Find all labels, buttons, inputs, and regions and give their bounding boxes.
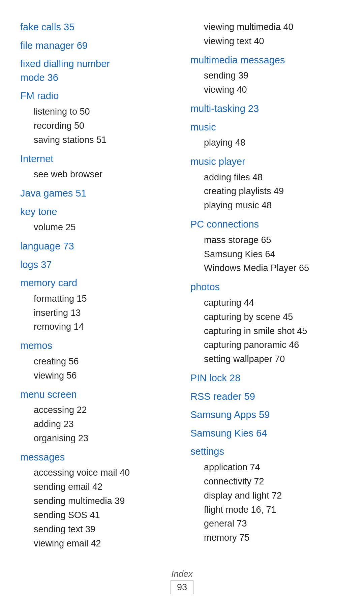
- sub-item: capturing panoramic 46: [190, 338, 344, 352]
- sub-item: viewing 56: [20, 369, 174, 383]
- entry-header-fixed-dialling-number: fixed dialling numbermode 36: [20, 57, 174, 84]
- footer-label: Index: [20, 569, 344, 579]
- sub-item: sending text 39: [20, 523, 174, 537]
- index-section-music: musicplaying 48: [190, 120, 344, 150]
- sub-item: capturing in smile shot 45: [190, 324, 344, 338]
- index-section-samsung-kies: Samsung Kies 64: [190, 426, 344, 440]
- index-section-key-tone: key tonevolume 25: [20, 205, 174, 235]
- sub-item: creating 56: [20, 355, 174, 369]
- index-section-logs: logs 37: [20, 258, 174, 272]
- sub-item: memory 75: [190, 531, 344, 545]
- sub-item: recording 50: [20, 119, 174, 133]
- sub-item: capturing by scene 45: [190, 310, 344, 324]
- index-section-menu-screen: menu screenaccessing 22adding 23organisi…: [20, 388, 174, 446]
- sub-item: flight mode 16, 71: [190, 503, 344, 517]
- index-section-file-manager: file manager 69: [20, 39, 174, 53]
- sub-item: general 73: [190, 517, 344, 531]
- sub-item: accessing voice mail 40: [20, 466, 174, 480]
- index-section-messages: messagesaccessing voice mail 40sending e…: [20, 450, 174, 551]
- entry-header-settings: settings: [190, 445, 344, 458]
- entry-header-fm-radio: FM radio: [20, 89, 174, 103]
- index-section-viewing-multimedia: viewing multimedia 40viewing text 40: [190, 20, 344, 49]
- index-section-memory-card: memory cardformatting 15inserting 13remo…: [20, 276, 174, 334]
- entry-header-photos: photos: [190, 280, 344, 294]
- entry-header-memos: memos: [20, 339, 174, 353]
- sub-item: listening to 50: [20, 105, 174, 119]
- sub-item: inserting 13: [20, 306, 174, 320]
- entry-header-fake-calls: fake calls 35: [20, 20, 174, 34]
- right-column: viewing multimedia 40viewing text 40mult…: [184, 20, 344, 555]
- index-section-language: language 73: [20, 239, 174, 253]
- entry-header-messages: messages: [20, 450, 174, 464]
- index-section-multimedia-messages: multimedia messagessending 39viewing 40: [190, 53, 344, 97]
- index-section-fake-calls: fake calls 35: [20, 20, 174, 34]
- sub-item: Windows Media Player 65: [190, 261, 344, 275]
- sub-item: volume 25: [20, 220, 174, 235]
- sub-item: creating playlists 49: [190, 184, 344, 199]
- entry-header-language: language 73: [20, 239, 174, 253]
- entry-header-menu-screen: menu screen: [20, 388, 174, 401]
- sub-item: organising 23: [20, 431, 174, 446]
- sub-item: sending SOS 41: [20, 508, 174, 523]
- sub-item: playing 48: [190, 136, 344, 150]
- sub-item: viewing email 42: [20, 537, 174, 551]
- entry-header-key-tone: key tone: [20, 205, 174, 219]
- index-section-java-games: Java games 51: [20, 186, 174, 200]
- entry-header-pin-lock: PIN lock 28: [190, 371, 344, 385]
- index-section-internet: Internetsee web browser: [20, 152, 174, 182]
- sub-item: viewing text 40: [190, 34, 344, 49]
- entry-header-multimedia-messages: multimedia messages: [190, 53, 344, 67]
- index-section-settings: settingsapplication 74connectivity 72dis…: [190, 445, 344, 545]
- index-section-pin-lock: PIN lock 28: [190, 371, 344, 385]
- index-section-fm-radio: FM radiolistening to 50recording 50savin…: [20, 89, 174, 147]
- entry-header-java-games: Java games 51: [20, 186, 174, 200]
- sub-item: application 74: [190, 460, 344, 475]
- left-column: fake calls 35file manager 69fixed dialli…: [20, 20, 184, 555]
- index-section-pc-connections: PC connectionsmass storage 65Samsung Kie…: [190, 217, 344, 275]
- sub-item: connectivity 72: [190, 475, 344, 489]
- sub-item: display and light 72: [190, 489, 344, 503]
- index-section-music-player: music playeradding files 48creating play…: [190, 155, 344, 213]
- index-section-rss-reader: RSS reader 59: [190, 390, 344, 404]
- entry-header-multi-tasking: multi-tasking 23: [190, 102, 344, 116]
- sub-item: capturing 44: [190, 296, 344, 310]
- index-section-photos: photoscapturing 44capturing by scene 45c…: [190, 280, 344, 366]
- sub-item: removing 14: [20, 320, 174, 334]
- page: fake calls 35file manager 69fixed dialli…: [0, 0, 364, 597]
- sub-item: sending email 42: [20, 480, 174, 494]
- entry-header-logs: logs 37: [20, 258, 174, 272]
- sub-item: viewing multimedia 40: [190, 20, 344, 34]
- sub-item: mass storage 65: [190, 233, 344, 247]
- sub-item: accessing 22: [20, 403, 174, 417]
- sub-item: setting wallpaper 70: [190, 352, 344, 366]
- sub-item: playing music 48: [190, 199, 344, 213]
- index-section-samsung-apps: Samsung Apps 59: [190, 408, 344, 422]
- page-footer: Index 93: [20, 569, 344, 594]
- footer-page-number: 93: [171, 580, 193, 594]
- index-section-fixed-dialling-number: fixed dialling numbermode 36: [20, 57, 174, 84]
- entry-header-memory-card: memory card: [20, 276, 174, 290]
- sub-item: see web browser: [20, 168, 174, 182]
- sub-item: adding 23: [20, 417, 174, 431]
- sub-item: adding files 48: [190, 171, 344, 185]
- index-section-multi-tasking: multi-tasking 23: [190, 102, 344, 116]
- sub-item: Samsung Kies 64: [190, 247, 344, 262]
- entry-header-music-player: music player: [190, 155, 344, 169]
- index-section-memos: memoscreating 56viewing 56: [20, 339, 174, 383]
- sub-item: sending 39: [190, 69, 344, 83]
- entry-header-samsung-kies: Samsung Kies 64: [190, 426, 344, 440]
- entry-header-pc-connections: PC connections: [190, 217, 344, 231]
- entry-header-rss-reader: RSS reader 59: [190, 390, 344, 404]
- sub-item: saving stations 51: [20, 133, 174, 147]
- entry-header-music: music: [190, 120, 344, 134]
- entry-header-file-manager: file manager 69: [20, 39, 174, 53]
- sub-item: sending multimedia 39: [20, 494, 174, 508]
- entry-header-samsung-apps: Samsung Apps 59: [190, 408, 344, 422]
- sub-item: viewing 40: [190, 83, 344, 97]
- entry-header-internet: Internet: [20, 152, 174, 166]
- index-columns: fake calls 35file manager 69fixed dialli…: [20, 20, 344, 555]
- sub-item: formatting 15: [20, 292, 174, 306]
